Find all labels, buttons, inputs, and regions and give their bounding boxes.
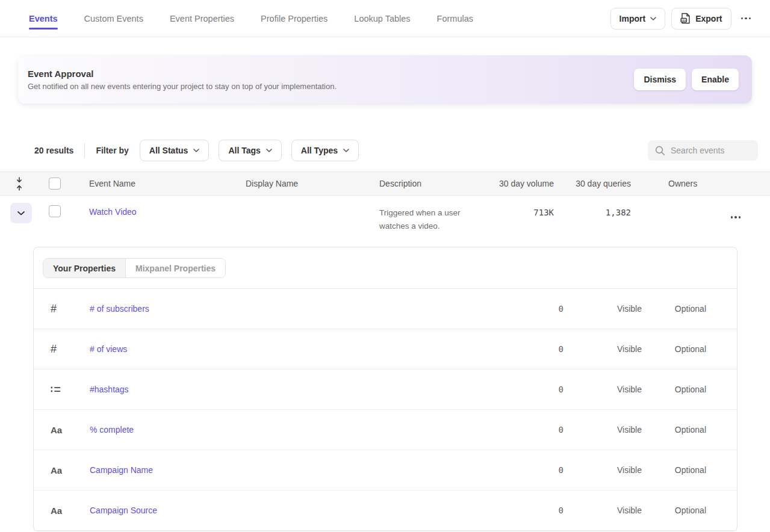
- property-requirement: Optional: [642, 465, 706, 475]
- event-approval-banner: Event Approval Get notified on all new e…: [18, 55, 752, 104]
- text-type-icon: Aa: [51, 506, 62, 516]
- property-requirement: Optional: [642, 304, 706, 314]
- property-row: # # of views 0 Visible Optional: [34, 329, 737, 370]
- property-visibility: Visible: [564, 304, 642, 314]
- property-link[interactable]: Campaign Name: [90, 465, 153, 475]
- status-filter-label: All Status: [149, 146, 188, 155]
- property-link[interactable]: #hashtags: [90, 385, 129, 394]
- property-row: # # of subscribers 0 Visible Optional: [34, 289, 737, 329]
- export-button[interactable]: csv Export: [671, 8, 731, 29]
- banner-subtitle: Get notified on all new events entering …: [28, 82, 337, 91]
- filter-by-label: Filter by: [96, 146, 128, 155]
- properties-tabbar: Your Properties Mixpanel Properties: [34, 247, 737, 289]
- property-row: Aa Campaign Source 0 Visible Optional: [34, 490, 737, 531]
- property-count: 0: [409, 385, 564, 394]
- expanded-properties-panel: Your Properties Mixpanel Properties # # …: [33, 247, 737, 531]
- types-filter-dropdown[interactable]: All Types: [291, 140, 359, 161]
- import-button-label: Import: [619, 14, 646, 23]
- banner-title: Event Approval: [28, 69, 337, 79]
- property-count: 0: [409, 465, 564, 475]
- filter-bar: 20 results Filter by All Status All Tags…: [0, 140, 770, 161]
- property-requirement: Optional: [642, 385, 706, 394]
- property-count: 0: [409, 344, 564, 354]
- property-visibility: Visible: [564, 425, 642, 435]
- column-header-description: Description: [379, 179, 495, 188]
- property-count: 0: [409, 506, 564, 515]
- property-count: 0: [409, 425, 564, 435]
- tab-custom-events[interactable]: Custom Events: [84, 0, 143, 37]
- divider: [84, 143, 85, 158]
- property-link[interactable]: Campaign Source: [90, 506, 157, 515]
- tab-formulas[interactable]: Formulas: [437, 0, 473, 37]
- column-header-event-name: Event Name: [89, 179, 246, 188]
- select-all-checkbox[interactable]: [49, 178, 61, 190]
- status-filter-dropdown[interactable]: All Status: [140, 140, 210, 161]
- results-count: 20 results: [34, 146, 73, 155]
- tab-events[interactable]: Events: [29, 0, 58, 37]
- more-menu-button[interactable]: [737, 13, 755, 25]
- property-visibility: Visible: [564, 385, 642, 394]
- collapse-row-button[interactable]: [10, 203, 32, 223]
- types-filter-label: All Types: [301, 146, 338, 155]
- property-row: #hashtags 0 Visible Optional: [34, 370, 737, 410]
- nav-tabs: Events Custom Events Event Properties Pr…: [29, 0, 473, 37]
- event-name-link[interactable]: Watch Video: [89, 207, 137, 217]
- dismiss-button[interactable]: Dismiss: [634, 69, 686, 90]
- list-type-icon: [51, 385, 61, 394]
- import-button[interactable]: Import: [610, 8, 666, 29]
- property-visibility: Visible: [564, 506, 642, 515]
- tab-profile-properties[interactable]: Profile Properties: [261, 0, 328, 37]
- search-input[interactable]: [671, 146, 749, 155]
- event-owners: [631, 203, 716, 207]
- event-volume: 713K: [495, 203, 554, 217]
- property-requirement: Optional: [642, 344, 706, 354]
- text-type-icon: Aa: [51, 425, 62, 435]
- property-requirement: Optional: [642, 425, 706, 435]
- csv-file-icon: csv: [680, 13, 691, 24]
- event-description: Triggered when a user watches a video.: [379, 203, 495, 232]
- row-more-button[interactable]: [727, 211, 745, 223]
- svg-text:csv: csv: [682, 19, 687, 22]
- property-row: Aa % complete 0 Visible Optional: [34, 410, 737, 450]
- tags-filter-dropdown[interactable]: All Tags: [219, 140, 281, 161]
- column-header-volume: 30 day volume: [495, 179, 554, 188]
- property-link[interactable]: # of views: [90, 344, 127, 354]
- property-link[interactable]: # of subscribers: [90, 304, 149, 314]
- property-link[interactable]: % complete: [90, 425, 134, 435]
- property-count: 0: [409, 304, 564, 314]
- top-nav: Events Custom Events Event Properties Pr…: [0, 0, 770, 37]
- enable-button[interactable]: Enable: [692, 69, 739, 90]
- tags-filter-label: All Tags: [228, 146, 260, 155]
- export-button-label: Export: [695, 14, 722, 23]
- table-header-row: Event Name Display Name Description 30 d…: [0, 172, 770, 196]
- column-header-display-name: Display Name: [246, 179, 379, 188]
- text-type-icon: Aa: [51, 465, 62, 475]
- tab-lookup-tables[interactable]: Lookup Tables: [354, 0, 410, 37]
- number-type-icon: #: [51, 343, 57, 355]
- collapse-rows-icon[interactable]: [15, 177, 23, 191]
- search-box[interactable]: [648, 140, 758, 161]
- chevron-down-icon: [650, 17, 656, 20]
- property-visibility: Visible: [564, 465, 642, 475]
- property-row: Aa Campaign Name 0 Visible Optional: [34, 450, 737, 490]
- event-display-name: [246, 203, 379, 207]
- column-header-owners: Owners: [631, 179, 716, 188]
- column-header-queries: 30 day queries: [554, 179, 631, 188]
- row-checkbox[interactable]: [49, 205, 61, 217]
- chevron-down-icon: [193, 149, 199, 152]
- tab-mixpanel-properties[interactable]: Mixpanel Properties: [126, 259, 225, 277]
- search-icon: [655, 146, 665, 156]
- chevron-down-icon: [266, 149, 272, 152]
- chevron-down-icon: [17, 211, 25, 215]
- event-queries: 1,382: [554, 203, 631, 217]
- tab-your-properties[interactable]: Your Properties: [43, 259, 126, 277]
- event-row: Watch Video Triggered when a user watche…: [0, 196, 770, 243]
- tab-event-properties[interactable]: Event Properties: [170, 0, 234, 37]
- property-requirement: Optional: [642, 506, 706, 515]
- property-visibility: Visible: [564, 344, 642, 354]
- chevron-down-icon: [343, 149, 349, 152]
- number-type-icon: #: [51, 303, 57, 315]
